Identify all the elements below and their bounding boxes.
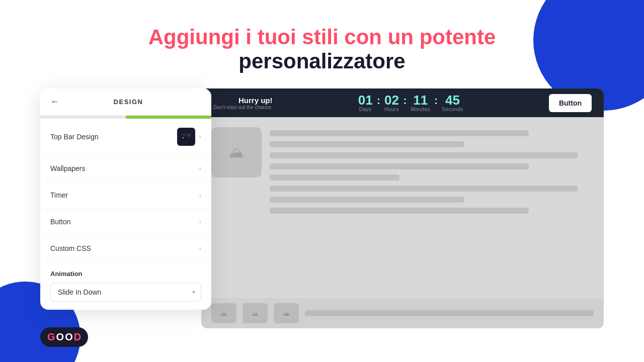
- timer-minutes: 11 Minutes: [411, 94, 430, 112]
- timer-colon-1: :: [377, 94, 380, 107]
- list-item[interactable]: Wallpapers ‹: [40, 155, 211, 182]
- thumbnail-item: ⛰: [243, 303, 268, 323]
- timer-seconds: 45 Seconds: [442, 94, 463, 112]
- countdown-timer: 01 Days : 02 Hours : 11 Minutes : 45 Sec…: [281, 94, 541, 112]
- logo: G O O D: [40, 327, 88, 347]
- preview-text-lines: [270, 127, 594, 288]
- item-chevron: ‹: [199, 245, 201, 252]
- preview-line: [270, 174, 399, 180]
- timer-seconds-number: 45: [442, 94, 463, 107]
- preview-area: Hurry up! Don't miss out the chance: 01 …: [201, 88, 604, 328]
- logo-letter-d: D: [74, 331, 81, 343]
- logo-letter-o1: O: [56, 331, 64, 343]
- item-label-custom-css: Custom CSS: [50, 244, 91, 252]
- animation-select-wrapper: Slide In Down Slide In Up Fade In Bounce…: [50, 283, 201, 302]
- timer-colon-3: :: [434, 94, 438, 107]
- timer-days-label: Days: [358, 107, 373, 112]
- item-label-timer: Timer: [50, 191, 68, 199]
- list-item[interactable]: Timer ‹: [40, 182, 211, 209]
- logo-container: G O O D: [40, 327, 88, 347]
- design-panel: ← DESIGN Top Bar Design: [40, 88, 211, 310]
- hurry-label: Hurry up!: [213, 96, 273, 105]
- list-item[interactable]: Custom CSS ‹: [40, 235, 211, 262]
- preview-line: [270, 197, 464, 203]
- svg-rect-1: [182, 134, 191, 135]
- preview-line: [270, 141, 464, 147]
- animation-select[interactable]: Slide In Down Slide In Up Fade In Bounce…: [50, 283, 201, 302]
- timer-days: 01 Days: [358, 94, 373, 112]
- hero-header: Aggiungi i tuoi stili con un potente per…: [0, 0, 644, 73]
- hero-title-line2: personalizzatore: [0, 49, 644, 73]
- preview-line: [270, 208, 529, 214]
- timer-colon-2: :: [403, 94, 407, 107]
- preview-content: ⛰: [201, 117, 604, 298]
- item-chevron: ‹: [199, 192, 201, 199]
- logo-letter-o2: O: [65, 331, 73, 343]
- progress-seg-4: [169, 116, 211, 119]
- thumbnail-bar: [305, 310, 594, 316]
- logo-letter-g: G: [47, 331, 55, 343]
- timer-hours-label: Hours: [384, 107, 399, 112]
- panel-items-list: Top Bar Design ‹ Wallpapers: [40, 119, 211, 262]
- preview-line: [270, 152, 578, 158]
- progress-bar: [40, 116, 211, 119]
- item-chevron: ‹: [199, 133, 201, 140]
- preview-line: [270, 163, 529, 169]
- item-label-button: Button: [50, 218, 70, 226]
- list-item[interactable]: Button ‹: [40, 209, 211, 235]
- progress-seg-1: [40, 116, 83, 119]
- hero-title-line1: Aggiungi i tuoi stili con un potente: [0, 25, 644, 49]
- timer-minutes-label: Minutes: [411, 107, 430, 112]
- svg-rect-2: [188, 136, 190, 137]
- item-thumb: [177, 128, 195, 146]
- timer-hours-number: 02: [384, 94, 399, 107]
- countdown-cta-button[interactable]: Button: [549, 94, 592, 112]
- preview-line: [270, 186, 578, 192]
- item-label-top-bar-design: Top Bar Design: [50, 133, 99, 141]
- thumbnail-item: ⛰: [211, 303, 236, 323]
- timer-days-number: 01: [358, 94, 373, 107]
- preview-thumbnails: ⛰ ⛰ ⛰: [201, 298, 604, 328]
- countdown-subtitle: Don't miss out the chance:: [213, 105, 273, 110]
- panel-title: DESIGN: [67, 98, 201, 106]
- timer-hours: 02 Hours: [384, 94, 399, 112]
- image-icon: ⛰: [229, 144, 244, 161]
- thumbnail-item: ⛰: [274, 303, 299, 323]
- main-content: ← DESIGN Top Bar Design: [0, 88, 644, 328]
- animation-label: Animation: [50, 270, 201, 278]
- panel-header: ← DESIGN: [40, 88, 211, 116]
- animation-section: Animation Slide In Down Slide In Up Fade…: [40, 262, 211, 310]
- back-button[interactable]: ←: [50, 97, 59, 107]
- preview-image-placeholder: ⛰: [211, 127, 262, 177]
- item-chevron: ‹: [199, 218, 201, 225]
- progress-seg-3: [126, 116, 169, 119]
- svg-point-3: [183, 137, 184, 139]
- timer-minutes-number: 11: [411, 94, 430, 107]
- list-item[interactable]: Top Bar Design ‹: [40, 119, 211, 155]
- countdown-text-group: Hurry up! Don't miss out the chance:: [213, 96, 273, 110]
- preview-line: [270, 130, 529, 136]
- progress-seg-2: [83, 116, 126, 119]
- timer-seconds-label: Seconds: [442, 107, 463, 112]
- countdown-bar: Hurry up! Don't miss out the chance: 01 …: [201, 88, 604, 117]
- item-chevron: ‹: [199, 165, 201, 172]
- item-icon-group: ‹: [177, 128, 201, 146]
- item-label-wallpapers: Wallpapers: [50, 164, 86, 172]
